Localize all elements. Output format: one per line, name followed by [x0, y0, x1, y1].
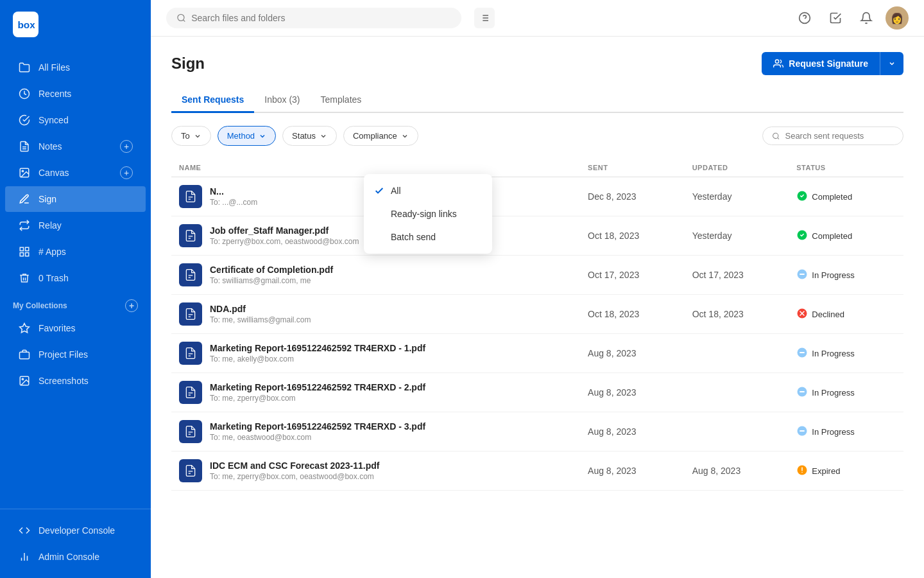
main-content: 👩 Sign Request Signature Sent Requests I… — [151, 0, 924, 578]
sidebar-item-favorites[interactable]: Favorites — [5, 315, 146, 341]
sidebar-item-label: Synced — [38, 115, 69, 125]
dropdown-label: Batch send — [391, 232, 436, 242]
tasks-button[interactable] — [824, 6, 847, 30]
file-cell: Certificate of Completion.pdf To: swilli… — [179, 263, 572, 286]
updated-date: Yesterday — [685, 216, 789, 256]
file-name: Job offer_Staff Manager.pdf — [210, 225, 359, 236]
sign-file-icon — [184, 268, 197, 281]
sidebar-item-sign[interactable]: Sign — [5, 186, 146, 212]
request-signature-dropdown-button[interactable] — [880, 52, 903, 75]
sidebar-item-synced[interactable]: Synced — [5, 107, 146, 133]
table-row[interactable]: N... To: ...@...com Dec 8, 2023Yesterday… — [171, 177, 903, 216]
table-row[interactable]: Marketing Report-1695122462592 TR4ERXD -… — [171, 334, 903, 373]
topbar: 👩 — [151, 0, 924, 37]
bell-icon — [860, 12, 873, 24]
sidebar-item-label: Relay — [38, 220, 62, 231]
sidebar-item-apps[interactable]: # Apps — [5, 239, 146, 265]
help-button[interactable] — [793, 6, 816, 30]
page-header: Sign Request Signature — [171, 52, 903, 75]
svg-point-5 — [22, 170, 23, 171]
canvas-add-button[interactable]: + — [120, 166, 133, 179]
notes-icon — [18, 140, 31, 153]
chevron-down-icon — [259, 132, 266, 140]
search-filter-button[interactable] — [474, 8, 495, 28]
user-avatar[interactable]: 👩 — [886, 6, 909, 30]
people-icon — [773, 58, 783, 69]
search-sent-input[interactable] — [785, 131, 894, 141]
file-to: To: zperry@box.com, oeastwood@box.com — [210, 237, 359, 246]
table-row[interactable]: NDA.pdf To: me, swilliams@gmail.com Oct … — [171, 295, 903, 334]
svg-point-28 — [773, 133, 778, 138]
page-content: Sign Request Signature Sent Requests Inb… — [151, 37, 924, 578]
file-info: Marketing Report-1695122462592 TR4ERXD -… — [210, 421, 425, 442]
notifications-button[interactable] — [855, 6, 878, 30]
status-icon — [796, 308, 808, 321]
updated-date — [685, 412, 789, 451]
sidebar-item-all-files[interactable]: All Files — [5, 55, 146, 80]
help-icon — [798, 12, 811, 24]
tasks-icon — [829, 12, 842, 24]
table-row[interactable]: Certificate of Completion.pdf To: swilli… — [171, 256, 903, 295]
search-input[interactable] — [191, 13, 451, 23]
svg-line-18 — [184, 20, 185, 22]
box-logo[interactable]: box — [13, 12, 38, 37]
sidebar-item-trash[interactable]: 0 Trash — [5, 265, 146, 291]
tab-sent-requests[interactable]: Sent Requests — [171, 88, 254, 113]
filter-compliance-button[interactable]: Compliance — [343, 126, 418, 146]
updated-date: Aug 8, 2023 — [685, 451, 789, 491]
tab-inbox[interactable]: Inbox (3) — [254, 88, 310, 113]
filter-method-label: Method — [227, 131, 255, 141]
filter-row: To Method Status Compliance — [171, 126, 903, 146]
svg-text:box: box — [17, 19, 35, 30]
table-row[interactable]: Marketing Report-1695122462592 TR4ERXD -… — [171, 373, 903, 412]
tab-templates[interactable]: Templates — [311, 88, 372, 113]
dropdown-item-ready-sign[interactable]: Ready-sign links — [364, 202, 492, 225]
file-cell: Marketing Report-1695122462592 TR4ERXD -… — [179, 342, 572, 365]
search-icon — [176, 13, 186, 23]
dropdown-item-all[interactable]: All — [364, 179, 492, 202]
sidebar-item-admin-console[interactable]: Admin Console — [5, 544, 146, 570]
svg-point-61 — [802, 471, 803, 473]
status-text: In Progress — [812, 388, 854, 398]
sidebar-item-notes[interactable]: Notes + — [5, 134, 146, 159]
collections-add-button[interactable]: + — [125, 299, 138, 312]
status-text: In Progress — [812, 349, 854, 358]
file-to: To: me, akelly@box.com — [210, 355, 425, 363]
table-row[interactable]: Job offer_Staff Manager.pdf To: zperry@b… — [171, 216, 903, 256]
notes-add-button[interactable]: + — [120, 140, 133, 153]
request-signature-button[interactable]: Request Signature — [762, 52, 880, 75]
table-body: N... To: ...@...com Dec 8, 2023Yesterday… — [171, 177, 903, 491]
filter-to-button[interactable]: To — [171, 126, 211, 146]
clock-icon — [18, 87, 31, 100]
sidebar-item-label: Sign — [38, 194, 56, 204]
sidebar-item-developer-console[interactable]: Developer Console — [5, 518, 146, 543]
updated-date: Yesterday — [685, 177, 789, 216]
status-icon — [796, 386, 808, 399]
sidebar-item-screenshots[interactable]: Screenshots — [5, 368, 146, 394]
dropdown-item-batch-send[interactable]: Batch send — [364, 225, 492, 249]
table-row[interactable]: IDC ECM and CSC Forecast 2023-11.pdf To:… — [171, 451, 903, 491]
sidebar-item-recents[interactable]: Recents — [5, 81, 146, 107]
search-sent-requests — [762, 127, 903, 145]
file-info: NDA.pdf To: me, swilliams@gmail.com — [210, 304, 311, 324]
file-cell: IDC ECM and CSC Forecast 2023-11.pdf To:… — [179, 459, 572, 482]
filter-method-button[interactable]: Method — [218, 126, 276, 146]
svg-marker-10 — [20, 324, 30, 333]
status-text: Declined — [812, 310, 844, 319]
svg-rect-8 — [26, 253, 29, 256]
file-icon — [179, 263, 202, 286]
table-row[interactable]: Marketing Report-1695122462592 TR4ERXD -… — [171, 412, 903, 451]
file-icon — [179, 224, 202, 247]
topbar-actions: 👩 — [793, 6, 909, 30]
sidebar-item-relay[interactable]: Relay — [5, 213, 146, 238]
filter-status-button[interactable]: Status — [282, 126, 337, 146]
sign-file-icon — [184, 347, 197, 360]
sidebar-item-canvas[interactable]: Canvas + — [5, 160, 146, 186]
file-to: To: me, swilliams@gmail.com — [210, 315, 311, 324]
sidebar-item-label: Favorites — [38, 323, 76, 333]
sent-date: Aug 8, 2023 — [580, 451, 685, 491]
sent-date: Dec 8, 2023 — [580, 177, 685, 216]
status-icon — [796, 464, 808, 478]
sidebar-item-project-files[interactable]: Project Files — [5, 342, 146, 367]
sidebar-item-label: Notes — [38, 141, 62, 152]
